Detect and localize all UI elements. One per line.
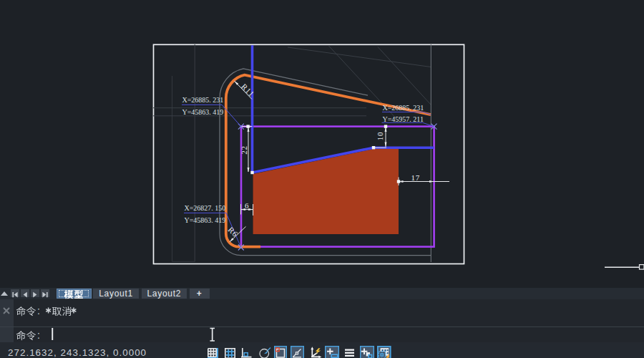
svg-text:10: 10: [376, 132, 384, 141]
svg-text::: :: [37, 305, 40, 316]
svg-text:17: 17: [411, 173, 421, 182]
svg-text:22: 22: [240, 145, 248, 155]
svg-text:Y=45957. 211: Y=45957. 211: [383, 115, 424, 123]
svg-text:X=26885. 231: X=26885. 231: [383, 104, 424, 112]
svg-text:Y=45863. 419: Y=45863. 419: [182, 108, 224, 116]
svg-text:6: 6: [245, 201, 249, 210]
svg-text:R11: R11: [240, 82, 256, 98]
svg-text:R6: R6: [227, 225, 240, 238]
svg-text:Y=45863. 419: Y=45863. 419: [185, 216, 226, 224]
svg-text:X=26885. 231: X=26885. 231: [182, 96, 224, 104]
svg-text:X=26827. 150: X=26827. 150: [185, 204, 226, 212]
